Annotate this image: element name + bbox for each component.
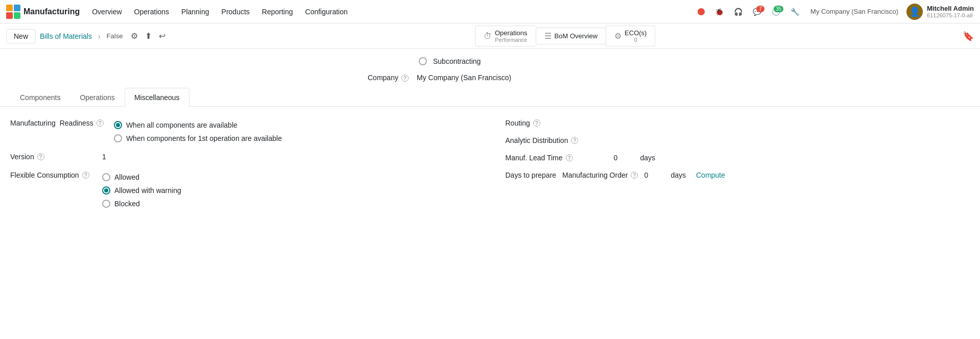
- radio-first-operation-input[interactable]: [114, 134, 122, 142]
- manufacturing-readiness-help-icon[interactable]: ?: [97, 119, 104, 127]
- radio-allowed-input[interactable]: [102, 173, 110, 181]
- nav-overview[interactable]: Overview: [87, 5, 127, 19]
- tab-miscellaneous[interactable]: Miscellaneous: [125, 88, 189, 107]
- svg-rect-3: [14, 12, 20, 19]
- flexible-consumption-label-col: Flexible Consumption ?: [10, 171, 92, 208]
- radio-all-components[interactable]: When all components are available: [114, 121, 282, 129]
- clock-icon-button[interactable]: 🕐 35: [769, 6, 783, 18]
- version-label-col: Version ?: [10, 153, 92, 161]
- chat-icon-button[interactable]: 💬 7: [750, 6, 764, 18]
- ops-perf-label: Operations: [495, 29, 528, 37]
- toolbar-far-right: 🔖: [963, 31, 974, 42]
- analytic-distribution-group: Analytic Distribution ?: [506, 136, 970, 144]
- miscellaneous-pane: Manufacturing Readiness ? When all compo…: [10, 119, 970, 218]
- undo-button[interactable]: ↩: [157, 29, 168, 43]
- radio-allowed-warning-input[interactable]: [102, 186, 110, 195]
- ecos-label-wrap: ECO(s) 0: [625, 29, 647, 43]
- main-content: Subcontracting Company ? My Company (San…: [0, 49, 980, 230]
- avatar-image: 👤: [909, 6, 920, 17]
- manuf-lead-time-unit: days: [640, 154, 656, 162]
- ops-perf-label-wrap: Operations Performance: [495, 29, 528, 43]
- breadcrumb-separator: ›: [98, 32, 101, 40]
- ops-perf-icon: ⏱: [484, 32, 492, 41]
- days-prepare-help-icon[interactable]: ?: [631, 172, 638, 179]
- company-label: Company ?: [368, 74, 409, 82]
- company-name: My Company (San Francisco): [810, 8, 898, 15]
- compute-button[interactable]: Compute: [696, 171, 725, 179]
- company-help-icon[interactable]: ?: [401, 75, 409, 82]
- subcontracting-radio[interactable]: [419, 57, 427, 65]
- flexible-consumption-label: Flexible Consumption ?: [10, 171, 92, 179]
- flexible-consumption-group: Flexible Consumption ? Allowed Allowed w…: [10, 171, 475, 208]
- settings-button[interactable]: ⚙: [129, 29, 140, 43]
- tabs-bar: Components Operations Miscellaneous: [0, 88, 980, 107]
- breadcrumb-parent[interactable]: Bills of Materials: [40, 32, 92, 40]
- toolbar-actions: ⚙ ⬆ ↩: [129, 29, 168, 43]
- radio-blocked-input[interactable]: [102, 200, 110, 208]
- version-label: Version ?: [10, 153, 92, 161]
- chat-badge: 7: [756, 6, 764, 12]
- svg-rect-1: [14, 5, 20, 11]
- company-row: Company ? My Company (San Francisco): [0, 67, 980, 88]
- svg-rect-0: [6, 5, 13, 11]
- toolbar: New Bills of Materials › False ⚙ ⬆ ↩ ⏱ O…: [0, 23, 980, 49]
- svg-rect-2: [6, 12, 13, 19]
- red-dot-indicator[interactable]: [695, 6, 708, 17]
- days-prepare-label: Days to prepare Manufacturing Order ?: [506, 171, 638, 179]
- bom-overview-icon: ☰: [544, 31, 552, 41]
- nav-reporting[interactable]: Reporting: [257, 5, 298, 19]
- manufacturing-logo-icon: [6, 5, 20, 19]
- radio-allowed-warning-label: Allowed with warning: [114, 186, 181, 195]
- routing-help-icon[interactable]: ?: [533, 119, 540, 127]
- flexible-consumption-help-icon[interactable]: ?: [82, 172, 89, 179]
- manuf-lead-time-group: Manuf. Lead Time ? 0 days: [506, 154, 970, 162]
- radio-allowed-label: Allowed: [114, 173, 139, 181]
- radio-blocked[interactable]: Blocked: [102, 200, 181, 208]
- clock-badge: 35: [774, 6, 783, 12]
- tab-components[interactable]: Components: [10, 88, 70, 107]
- miscellaneous-left: Manufacturing Readiness ? When all compo…: [10, 119, 495, 218]
- bom-overview-button[interactable]: ☰ BoM Overview: [536, 28, 606, 44]
- analytic-distribution-help-icon[interactable]: ?: [571, 137, 578, 144]
- user-id: 61126075-17-0-all: [927, 12, 972, 18]
- radio-first-operation-label: When components for 1st operation are av…: [126, 134, 282, 142]
- manuf-lead-time-help-icon[interactable]: ?: [566, 154, 573, 161]
- manufacturing-readiness-label-col: Manufacturing Readiness ?: [10, 119, 104, 142]
- subcontracting-label: Subcontracting: [433, 57, 481, 65]
- user-info: Mitchell Admin 61126075-17-0-all: [927, 5, 974, 18]
- bookmark-icon[interactable]: 🔖: [963, 31, 974, 41]
- new-button[interactable]: New: [6, 29, 36, 43]
- miscellaneous-right: Routing ? Analytic Distribution ? Manuf.…: [495, 119, 970, 218]
- headset-icon: 🎧: [734, 8, 743, 16]
- manuf-lead-time-value: 0: [614, 154, 634, 162]
- tab-operations[interactable]: Operations: [70, 88, 124, 107]
- user-name: Mitchell Admin: [927, 5, 974, 12]
- radio-all-components-input[interactable]: [114, 121, 122, 129]
- settings-icon-button[interactable]: 🔧: [787, 6, 802, 18]
- manufacturing-readiness-options: When all components are available When c…: [114, 121, 282, 142]
- support-icon-button[interactable]: 🎧: [731, 6, 746, 18]
- ecos-button[interactable]: ⚙ ECO(s) 0: [606, 26, 655, 46]
- radio-allowed-warning[interactable]: Allowed with warning: [102, 186, 181, 195]
- nav-products[interactable]: Products: [217, 5, 255, 19]
- manufacturing-readiness-group: Manufacturing Readiness ? When all compo…: [10, 119, 475, 142]
- bom-overview-label-wrap: BoM Overview: [555, 32, 598, 40]
- version-help-icon[interactable]: ?: [37, 153, 44, 160]
- bom-overview-label: BoM Overview: [555, 32, 598, 40]
- flexible-consumption-options: Allowed Allowed with warning Blocked: [102, 173, 181, 208]
- ops-performance-button[interactable]: ⏱ Operations Performance: [475, 26, 536, 46]
- bug-icon: 🐞: [715, 8, 724, 16]
- bug-icon-button[interactable]: 🐞: [712, 6, 727, 18]
- upload-button[interactable]: ⬆: [143, 29, 154, 43]
- nav-planning[interactable]: Planning: [176, 5, 214, 19]
- ecos-sublabel: 0: [625, 37, 647, 43]
- nav-operations[interactable]: Operations: [129, 5, 174, 19]
- radio-allowed[interactable]: Allowed: [102, 173, 181, 181]
- nav-configuration[interactable]: Configuration: [300, 5, 353, 19]
- version-group: Version ? 1: [10, 153, 475, 161]
- user-avatar[interactable]: 👤: [906, 4, 923, 20]
- app-logo[interactable]: Manufacturing: [6, 5, 80, 19]
- radio-blocked-label: Blocked: [114, 200, 140, 208]
- days-prepare-value: 0: [644, 171, 664, 179]
- radio-first-operation[interactable]: When components for 1st operation are av…: [114, 134, 282, 142]
